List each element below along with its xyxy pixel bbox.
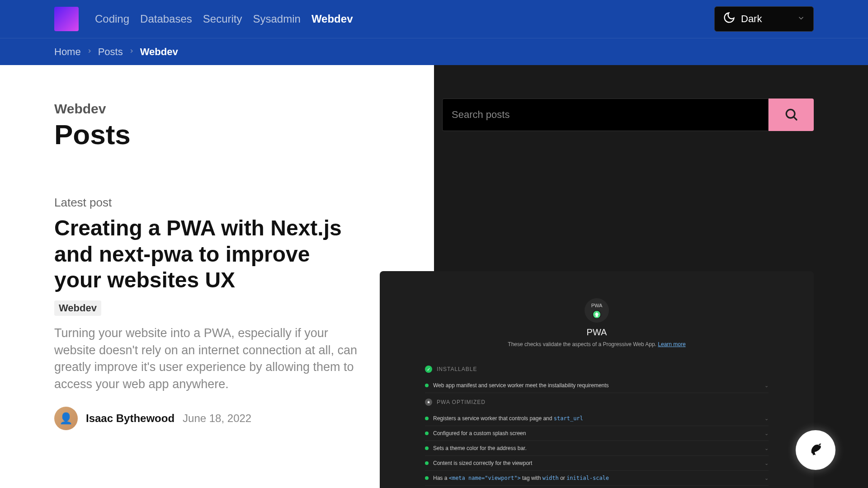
search-input[interactable] <box>442 99 769 131</box>
chevron-right-icon <box>86 48 93 56</box>
chevron-down-icon: ⌄ <box>764 416 769 422</box>
right-pane: PWA PWA These checks validate the aspect… <box>434 65 868 488</box>
chevron-down-icon: ⌄ <box>764 460 769 466</box>
logo[interactable] <box>54 7 79 31</box>
bird-icon <box>806 439 826 461</box>
chevron-down-icon: ⌄ <box>764 446 769 451</box>
moon-icon <box>723 11 736 27</box>
left-pane: Webdev Posts Latest post Creating a PWA … <box>0 65 434 488</box>
post-thumbnail[interactable]: PWA PWA These checks validate the aspect… <box>380 271 814 488</box>
bullet-icon <box>425 476 429 480</box>
learn-more-link: Learn more <box>658 341 685 347</box>
breadcrumb: HomePostsWebdev <box>0 38 868 65</box>
chat-fab[interactable] <box>796 430 835 470</box>
theme-label: Dark <box>741 13 762 25</box>
bullet-icon <box>425 461 429 465</box>
nav-item-coding[interactable]: Coding <box>95 13 129 25</box>
theme-toggle[interactable]: Dark <box>714 6 814 32</box>
nav-item-databases[interactable]: Databases <box>140 13 192 25</box>
nav: CodingDatabasesSecuritySysadminWebdev <box>95 13 714 25</box>
search-icon <box>784 107 798 123</box>
search-row <box>442 99 814 131</box>
audit-row: Configured for a custom splash screen⌄ <box>425 426 769 441</box>
post-title[interactable]: Creating a PWA with Next.js and next-pwa… <box>54 215 353 293</box>
audit-row: Web app manifest and service worker meet… <box>425 378 769 393</box>
chevron-down-icon <box>797 13 805 25</box>
audit-row: Has a <meta name="viewport"> tag with wi… <box>425 471 769 486</box>
main: Webdev Posts Latest post Creating a PWA … <box>0 65 868 488</box>
status-dot-icon <box>425 366 432 373</box>
audit-section-title: PWA OPTIMIZED <box>425 399 769 406</box>
avatar[interactable]: 👤 <box>54 407 78 430</box>
pwa-title: PWA <box>587 327 607 338</box>
nav-item-sysadmin[interactable]: Sysadmin <box>253 13 301 25</box>
svg-line-1 <box>793 117 797 120</box>
bullet-icon <box>425 384 429 387</box>
nav-item-security[interactable]: Security <box>203 13 242 25</box>
chevron-down-icon: ⌄ <box>764 475 769 481</box>
chevron-right-icon <box>128 48 135 56</box>
page-title: Posts <box>54 118 407 150</box>
nav-item-webdev[interactable]: Webdev <box>311 13 353 25</box>
audit-section-title: INSTALLABLE <box>425 366 769 373</box>
audit-row: Sets a theme color for the address bar.⌄ <box>425 441 769 456</box>
breadcrumb-webdev[interactable]: Webdev <box>140 46 178 58</box>
bullet-icon <box>425 446 429 450</box>
category-label: Webdev <box>54 101 407 117</box>
audit-row: Content is sized correctly for the viewp… <box>425 456 769 471</box>
breadcrumb-posts[interactable]: Posts <box>98 46 123 58</box>
chevron-down-icon: ⌄ <box>764 431 769 436</box>
author-row: 👤 Isaac Bythewood June 18, 2022 <box>54 407 407 430</box>
svg-point-2 <box>819 445 820 446</box>
thumb-inner: PWA PWA These checks validate the aspect… <box>425 298 769 486</box>
bullet-icon <box>425 432 429 435</box>
pwa-badge-icon: PWA <box>585 298 609 323</box>
post-date: June 18, 2022 <box>183 412 251 425</box>
chevron-down-icon: ⌄ <box>764 383 769 389</box>
breadcrumb-home[interactable]: Home <box>54 46 81 58</box>
pwa-subtitle: These checks validate the aspects of a P… <box>508 341 685 347</box>
status-dot-icon <box>425 399 432 406</box>
header: CodingDatabasesSecuritySysadminWebdev Da… <box>0 0 868 38</box>
author-name[interactable]: Isaac Bythewood <box>86 412 175 425</box>
bullet-icon <box>425 417 429 420</box>
latest-label: Latest post <box>54 196 407 210</box>
post-excerpt: Turning your website into a PWA, especia… <box>54 325 362 393</box>
search-button[interactable] <box>769 99 814 131</box>
audit-row: Registers a service worker that controls… <box>425 411 769 426</box>
post-tag[interactable]: Webdev <box>54 300 101 316</box>
